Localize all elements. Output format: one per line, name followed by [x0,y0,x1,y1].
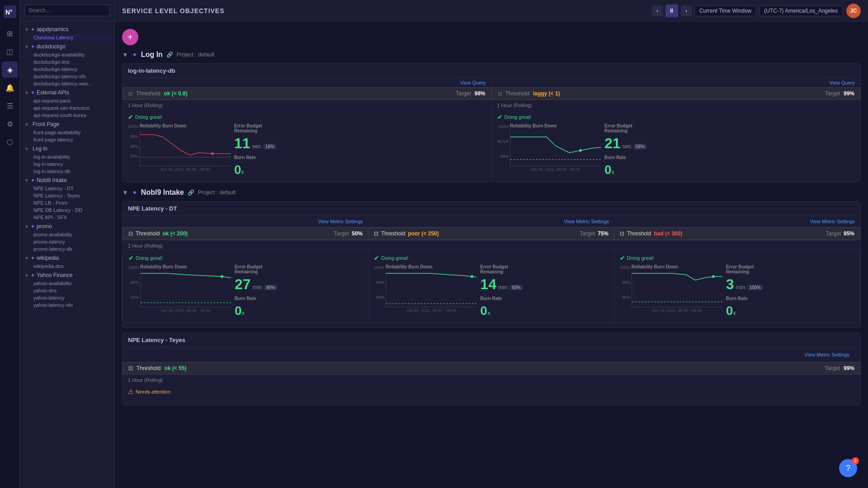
tree-item-ddg-dns[interactable]: duckduckgo-dns [31,58,113,66]
promo-children: promo-availability promo-latency promo-l… [22,231,113,253]
npe-dt-badge-2: 93% [509,285,523,291]
npe-teyes-thresh-val: ok (< 55) [164,365,186,371]
tree-item-ddg-sfo[interactable]: duckduckgo-latency-sfo [31,73,113,80]
nobl9-toggle[interactable]: ▼ [122,189,128,196]
tree-item-npe-teyes[interactable]: NPE Latency - Teyes [31,192,113,199]
tree-group-label-wikipedia[interactable]: ▼ ✦ wikipedia [22,253,113,263]
nav-icon-grid[interactable]: ⊞ [2,25,18,42]
tree-item-promo-latdb[interactable]: promo-latency-db [31,245,113,253]
tree-group-label-frontpage[interactable]: ▼ Front Page [22,120,113,129]
npe-dt-big-unit-3: min [736,284,745,291]
nav-icon-chart[interactable]: ◫ [2,43,18,60]
view-metric-link-dt-2[interactable]: View Metric Settings [368,216,614,227]
nav-icon-settings[interactable]: ⚙ [2,116,18,132]
search-input[interactable] [24,5,110,16]
tree-item-fp-lat[interactable]: front page latency [31,136,113,143]
npe-dt-chart-2: Reliability Burn Down Jun 29, 202 [386,264,476,313]
nobl9-link-icon[interactable]: 🔗 [188,189,194,196]
npe-dt-status-icon-2: ✔ [374,254,379,262]
login-db-right-half: View Query ⊡ Threshold laggy (< 1) Targe… [492,78,861,182]
y-dt-1-1: 80% [128,280,139,285]
tree-item-wiki-dns[interactable]: wikipedia-dns [31,263,113,270]
npe-teyes-metric-link[interactable]: View Metric Settings [799,349,855,360]
svg-point-7 [221,275,223,278]
time-window-prev-btn[interactable]: ‹ [652,5,663,16]
view-query-left-link[interactable]: View Query [460,80,486,85]
tree-item-ddg-lat[interactable]: duckduckgo-latency [31,66,113,73]
npe-target-val-1: 50% [352,230,363,237]
log-in-toggle[interactable]: ▼ [122,51,128,58]
npe-teyes-header: NPE Latency - Teyes [123,333,860,347]
tree-item-yahoo-avail[interactable]: yahoo-availability [31,280,113,287]
tree-group-label-yahoo[interactable]: ▼ ✦ Yahoo Finance [22,271,113,280]
tree-item-login-lat[interactable]: log-in-latency [31,160,113,168]
tree-item-npe-db[interactable]: NPE DB Latency - DD [31,206,113,214]
tree-group-label-appdynamics[interactable]: ▼ ✦ appdynamics [22,25,113,34]
tree-group-label-nobl9[interactable]: ▼ ✦ Nobl9 Intake [22,176,113,185]
reliability-chart-right [510,130,601,166]
group-name-appdynamics: appdynamics [37,26,69,33]
tree-item-fp-avail[interactable]: front-page-availability [31,129,113,136]
tree-item-api-paris[interactable]: api-request-paris [31,97,113,104]
tree-item-login-avail[interactable]: log-in-availability [31,153,113,160]
add-slo-button[interactable]: + [122,29,138,45]
nav-icon-list[interactable]: ☰ [2,98,18,114]
tree-item-promo-lat[interactable]: promo-latency [31,238,113,245]
threshold-cell-right: ⊡ Threshold laggy (< 1) Target 99% [492,87,861,100]
group-name-yahoo: Yahoo Finance [37,272,73,278]
tree-group-label-external[interactable]: ▼ ✦ External APIs [22,88,113,97]
login-children: log-in-availability log-in-latency log-i… [22,153,113,175]
tree-group-label-promo[interactable]: ▼ ✦ promo [22,222,113,231]
budget-label-right: Error Budget Remaining [604,123,654,133]
y-dt-2-1: 90% [374,280,384,285]
nobl9-children: NPE Latency - DT NPE Latency - Teyes NPE… [22,185,113,221]
tree-item-checkout-latency[interactable]: Checkout Latency [31,34,113,41]
nobl9-section: ▼ ✦ Nobl9 Intake 🔗 Project : default NPE… [122,188,861,406]
log-in-link-icon[interactable]: 🔗 [166,52,173,58]
tree-item-npe-dt[interactable]: NPE Latency - DT [31,185,113,192]
npe-dt-chart-svg-2 [386,271,476,307]
y-labels-right: 100% 99.5% 99% [497,123,509,160]
tree-item-npe-lb[interactable]: NPE LB - Prom [31,199,113,206]
threshold-cell-left: ⊡ Threshold ok (< 0.8) Target 98% [123,87,491,100]
nobl9-section-header: ▼ ✦ Nobl9 Intake 🔗 Project : default [122,188,861,197]
card-title-login-db: log-in-latency-db [128,67,175,74]
tree-item-yahoo-lat[interactable]: yahoo-latency [31,294,113,301]
chevron-icon-ext: ▼ [24,90,29,95]
tree-item-promo-avail[interactable]: promo-availability [31,231,113,238]
time-window-pause-btn[interactable]: ⏸ [665,5,678,17]
tree-group-label-duckduckgo[interactable]: ▼ ✦ duckduckgo [22,42,113,51]
avatar[interactable]: JC [846,4,861,18]
nobl9-section-title: Nobl9 Intake [141,188,184,197]
login-db-left-half: View Query ⊡ Threshold ok (< 0.8) Target… [123,78,492,182]
tree-item-ddg-was[interactable]: duckduckgo-latency-was... [31,80,113,87]
tree-group-label-login[interactable]: ▼ Log In [22,144,113,153]
npe-dt-burn-x-3: x [733,310,736,316]
nav-icon-bell[interactable]: 🔔 [2,80,18,96]
nav-icon-integration[interactable]: ⬡ [2,134,18,150]
tree-item-login-latdb[interactable]: log-in-latency-db [31,168,113,175]
npe-thresh-val-3: bad (< 300) [654,230,682,237]
view-metric-link-dt-3[interactable]: View Metric Settings [614,216,860,227]
tree-item-api-korea[interactable]: api-request-south-korea [31,112,113,119]
view-metric-link-dt-1[interactable]: View Metric Settings [123,216,368,227]
chart-label-right: Reliability Burn Down [510,123,601,128]
big-value-left: 11 sec 16% [234,136,284,150]
tree-item-yahoo-dns[interactable]: yahoo-dns [31,287,113,294]
tree-item-yahoo-latdb[interactable]: yahoo-latency-sfo [31,301,113,309]
threshold-icon-left: ⊡ [128,91,132,97]
npe-teyes-status: ⚠ Needs attention [128,388,855,395]
tree-item-api-sf[interactable]: api-request-san-francisco [31,104,113,112]
time-window-next-btn[interactable]: › [681,5,692,16]
threshold-row-left: ⊡ Threshold ok (< 0.8) Target 98% [123,87,491,100]
reliability-chart-left [140,130,231,166]
tree-item-npe-api[interactable]: NPE API - SFX [31,214,113,221]
view-query-right-link[interactable]: View Query [829,80,855,85]
log-in-project: Project : default [177,52,214,58]
nav-icon-slo[interactable]: ◈ [2,61,18,78]
tree-item-ddg-avail[interactable]: duckduckgo-availability [31,51,113,58]
y-dt-2-0: 100% [374,265,384,270]
group-name-promo: promo [37,223,52,230]
metrics-row-left: ✔ Doing great! 100% 99% 98% 97% [123,109,491,182]
help-button[interactable]: ? 2 [839,459,857,477]
